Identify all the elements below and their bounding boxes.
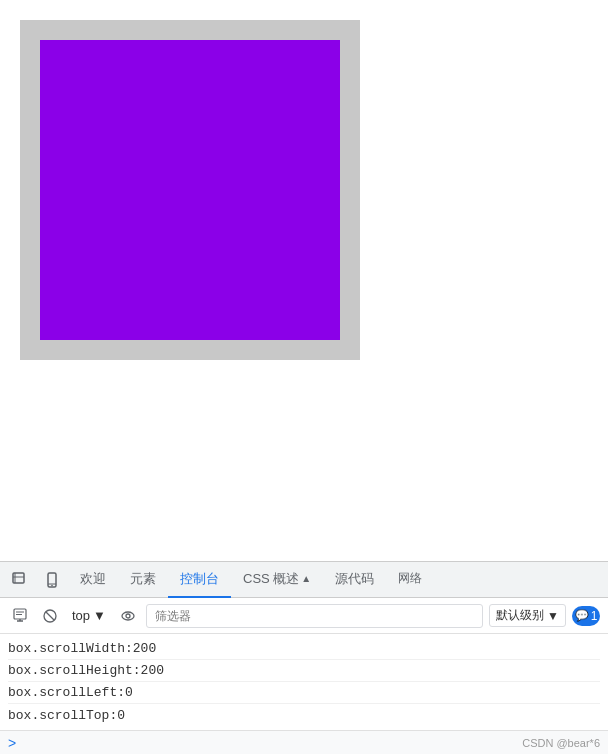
clear-console-button[interactable] — [8, 604, 32, 628]
main-content — [0, 0, 608, 561]
tab-welcome[interactable]: 欢迎 — [68, 562, 118, 598]
console-output: box.scrollWidth:200 box.scrollHeight:200… — [0, 634, 608, 730]
issue-icon: 💬 — [575, 609, 589, 622]
demo-box-inner — [40, 40, 340, 340]
tab-console[interactable]: 控制台 — [168, 562, 231, 598]
console-line: box.scrollHeight:200 — [8, 660, 600, 682]
svg-point-13 — [122, 612, 134, 620]
tab-network[interactable]: 网络 — [386, 562, 434, 598]
devtools-toolbar: top ▼ 默认级别 ▼ 💬 1 — [0, 598, 608, 634]
console-line: box.scrollTop:0 — [8, 704, 600, 726]
console-line: box.scrollWidth:200 — [8, 638, 600, 660]
svg-point-5 — [51, 584, 53, 586]
issue-badge[interactable]: 💬 1 — [572, 606, 600, 626]
csdn-credit: CSDN @bear*6 — [522, 737, 600, 749]
stop-icon[interactable] — [38, 604, 62, 628]
console-line: box.scrollLeft:0 — [8, 682, 600, 704]
filter-input[interactable] — [146, 604, 483, 628]
svg-point-14 — [126, 614, 130, 618]
context-selector[interactable]: top ▼ — [68, 606, 110, 625]
demo-box-container — [20, 20, 360, 360]
tab-css-overview[interactable]: CSS 概述 ▲ — [231, 562, 323, 598]
css-overview-icon: ▲ — [301, 573, 311, 584]
devtools-panel: 欢迎 元素 控制台 CSS 概述 ▲ 源代码 网络 — [0, 561, 608, 754]
devtools-icon-inspect[interactable] — [4, 564, 36, 596]
dropdown-arrow-icon: ▼ — [93, 608, 106, 623]
console-prompt-icon[interactable]: > — [8, 735, 16, 751]
devtools-tabs-bar: 欢迎 元素 控制台 CSS 概述 ▲ 源代码 网络 — [0, 562, 608, 598]
devtools-icon-mobile[interactable] — [36, 564, 68, 596]
console-bottom-bar: > CSDN @bear*6 — [0, 730, 608, 754]
tab-elements[interactable]: 元素 — [118, 562, 168, 598]
svg-line-12 — [46, 612, 54, 620]
tab-sources[interactable]: 源代码 — [323, 562, 386, 598]
log-level-selector[interactable]: 默认级别 ▼ — [489, 604, 566, 627]
level-dropdown-arrow-icon: ▼ — [547, 609, 559, 623]
eye-icon[interactable] — [116, 604, 140, 628]
